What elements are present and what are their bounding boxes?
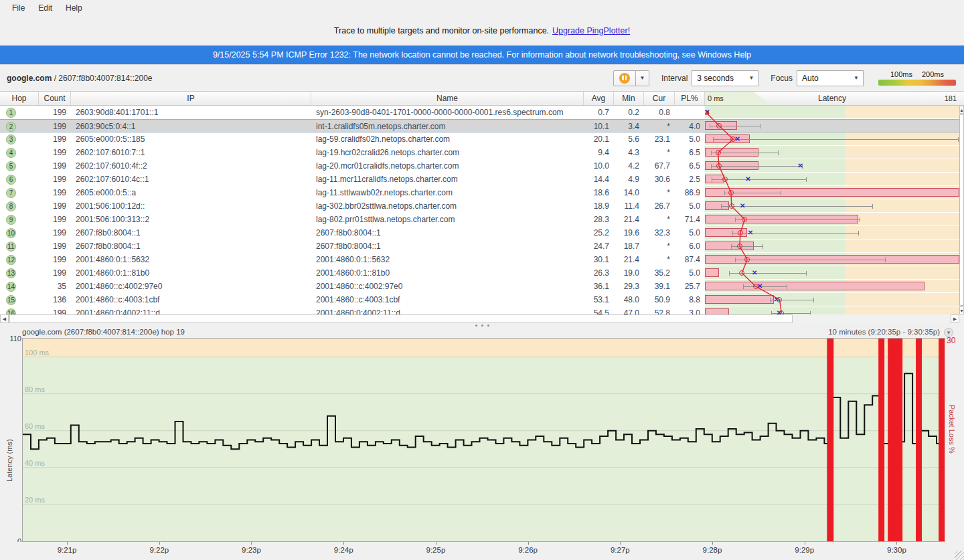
table-vertical-scrollbar[interactable]: ▲ ▼: [959, 106, 964, 314]
pl-cell: 4.0: [675, 120, 705, 133]
avg-cell: 26.3: [584, 266, 614, 280]
name-cell: lag-20.mcr01cralidfs.netops.charter.com: [311, 159, 584, 173]
interval-label: Interval: [661, 74, 688, 83]
x-axis-strip: 9:21p9:22p9:23p9:24p9:25p9:26p9:27p9:28p…: [0, 542, 964, 560]
gridline-label: 20 ms: [25, 496, 45, 504]
timeline-title: google.com (2607:f8b0:4007:814::200e) ho…: [22, 328, 185, 336]
min-cell: 4.9: [614, 173, 644, 186]
hop-badge: 15: [6, 295, 16, 305]
ip-cell: 2607:f8b0:8004::1: [71, 226, 311, 240]
avg-cell: 28.3: [584, 213, 614, 226]
col-header-pl[interactable]: PL%: [675, 92, 705, 105]
x-axis-label: 9:26p: [518, 546, 538, 554]
interval-select[interactable]: 3 seconds ▼: [692, 70, 758, 86]
hop-badge: 11: [6, 242, 16, 252]
col-header-name[interactable]: Name: [311, 92, 584, 105]
scroll-up-button[interactable]: ▲: [959, 106, 964, 114]
pane-splitter[interactable]: [0, 323, 964, 328]
avg-cell: 20.1: [584, 132, 614, 146]
pause-button[interactable]: [613, 70, 636, 86]
pl-cell: 8.8: [675, 293, 705, 306]
hop-cell: 9: [0, 213, 39, 226]
chevron-down-icon: ▼: [639, 75, 645, 81]
count-cell: 199: [39, 173, 71, 186]
focus-select[interactable]: Auto ▼: [797, 70, 864, 86]
timeline-plot[interactable]: 100 ms80 ms60 ms40 ms20 ms: [22, 338, 945, 542]
avg-latency-marker: [753, 284, 758, 289]
count-cell: 199: [39, 199, 71, 213]
resize-grip-icon[interactable]: [955, 551, 964, 560]
ip-cell: 2603:90d8:401:1701::1: [71, 106, 311, 119]
avg-latency-marker: [728, 190, 734, 195]
x-axis-tick: [620, 542, 621, 545]
min-cell: 21.4: [614, 213, 644, 226]
vertical-scroll-thumb[interactable]: [959, 114, 964, 306]
x-axis-tick: [805, 542, 805, 545]
min-cell: 4.3: [614, 146, 644, 159]
x-axis-label: 9:25p: [426, 546, 446, 554]
hop-cell: 3: [0, 132, 39, 146]
col-header-hop[interactable]: Hop: [0, 92, 39, 105]
scroll-right-button[interactable]: ▶: [951, 314, 959, 323]
pl-cell: 6.5: [675, 159, 705, 173]
promo-text: Trace to multiple targets and monitor on…: [334, 26, 549, 35]
pl-cell: 6.0: [675, 240, 705, 253]
hop-badge: 10: [6, 228, 16, 238]
x-axis-label: 9:23p: [242, 546, 261, 554]
menu-item-help[interactable]: Help: [59, 1, 89, 15]
triangle-down-icon: ▼: [959, 308, 964, 313]
x-axis-tick: [436, 542, 436, 545]
loss-axis-max-label: 30: [947, 336, 955, 345]
count-cell: 35: [39, 280, 71, 293]
ip-cell: 2001:4860:0:1::5632: [71, 253, 311, 266]
menu-item-file[interactable]: File: [5, 1, 31, 15]
table-horizontal-scrollbar[interactable]: ◀ ▶: [0, 314, 964, 323]
hop-badge: 12: [6, 255, 16, 265]
menu-item-edit[interactable]: Edit: [31, 1, 59, 15]
cur-cell: 32.3: [644, 226, 675, 240]
menu-bar: FileEditHelp: [0, 0, 964, 16]
name-cell: lag-19.hcr02cralid26.netops.charter.com: [311, 146, 584, 159]
avg-cell: 18.9: [584, 199, 614, 213]
interval-value: 3 seconds: [697, 74, 734, 83]
upgrade-link[interactable]: Upgrade PingPlotter!: [552, 26, 630, 35]
hop-cell: 11: [0, 240, 39, 253]
min-cell: 48.0: [614, 293, 644, 306]
ip-cell: 2001:4860:0:1::81b0: [71, 266, 311, 280]
focus-label: Focus: [771, 74, 793, 83]
min-cell: 4.2: [614, 159, 644, 173]
cur-cell: *: [644, 186, 675, 199]
col-header-count[interactable]: Count: [39, 92, 71, 105]
col-header-latency[interactable]: 0 ms Latency 181: [705, 92, 959, 105]
triangle-up-icon: ▲: [959, 108, 964, 112]
name-cell: 2001:4860:0:1::5632: [311, 253, 584, 266]
pl-cell: 6.5: [675, 146, 705, 159]
packet-loss-bar: [888, 339, 902, 541]
focus-value: Auto: [802, 74, 819, 83]
col-header-avg[interactable]: Avg: [584, 92, 614, 105]
horizontal-scroll-thumb[interactable]: [9, 314, 793, 323]
x-axis-tick: [528, 542, 529, 545]
col-header-ip[interactable]: IP: [71, 92, 311, 105]
scroll-left-button[interactable]: ◀: [0, 314, 9, 323]
pause-dropdown-button[interactable]: ▼: [636, 70, 649, 86]
ip-cell: 2001:506:100:313::2: [71, 213, 311, 226]
col-header-cur[interactable]: Cur: [644, 92, 675, 105]
col-header-min[interactable]: Min: [614, 92, 644, 105]
pl-cell: 86.9: [675, 186, 705, 199]
packet-loss-bar: [939, 339, 945, 541]
hop-cell: 5: [0, 159, 39, 173]
target-ip: / 2607:f8b0:4007:814::200e: [52, 74, 152, 83]
scroll-down-button[interactable]: ▼: [959, 306, 964, 314]
x-axis-label: 9:29p: [795, 546, 814, 554]
count-cell: 199: [39, 106, 71, 119]
ip-cell: 2602:107:6010:4c::1: [71, 173, 311, 186]
pl-cell: 87.4: [675, 253, 705, 266]
pl-cell: 5.0: [675, 199, 705, 213]
legend-100ms-label: 100ms: [890, 70, 912, 78]
avg-latency-marker: [716, 150, 721, 155]
count-cell: 199: [39, 120, 71, 133]
legend-200ms-label: 200ms: [922, 70, 944, 78]
count-cell: 199: [39, 159, 71, 173]
avg-latency-marker: [737, 244, 742, 249]
